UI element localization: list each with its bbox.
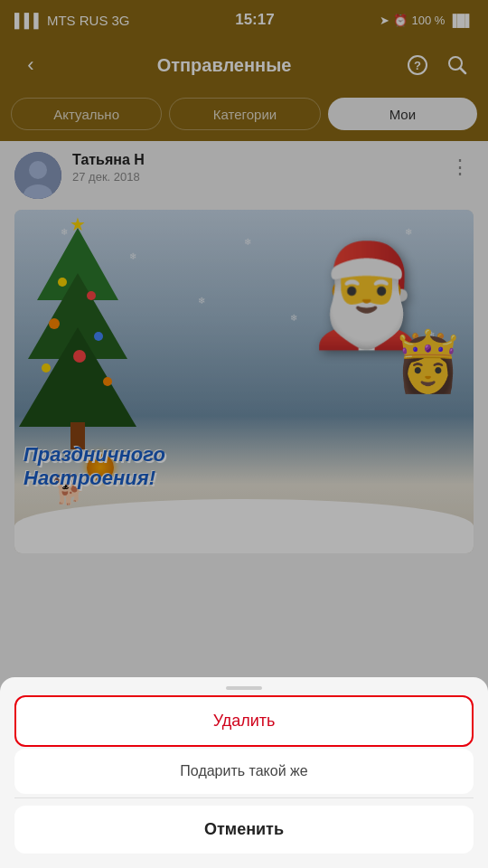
gift-button[interactable]: Подарить такой же — [14, 749, 474, 794]
sheet-divider — [14, 797, 474, 798]
cancel-button[interactable]: Отменить — [14, 806, 474, 854]
sheet-handle — [0, 677, 488, 695]
delete-button[interactable]: Удалить — [14, 695, 474, 747]
handle-bar — [226, 686, 262, 690]
bottom-sheet: Удалить Подарить такой же Отменить — [0, 677, 488, 868]
